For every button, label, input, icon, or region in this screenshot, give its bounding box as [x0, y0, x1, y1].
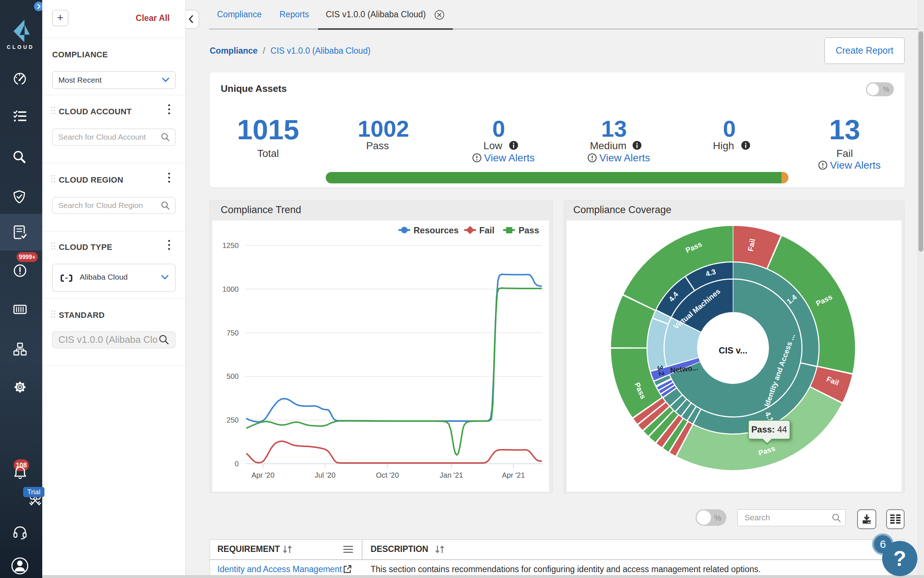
svg-text:250: 250 [227, 416, 239, 424]
svg-text:CIS v...: CIS v... [719, 346, 748, 356]
svg-text:Jan '21: Jan '21 [440, 471, 463, 479]
svg-text:Resources: Resources [414, 225, 459, 235]
svg-text:500: 500 [227, 372, 239, 380]
svg-text:?: ? [893, 546, 906, 570]
svg-text:6: 6 [880, 538, 886, 550]
svg-text:Pass: Pass [519, 225, 539, 235]
svg-text:750: 750 [227, 329, 239, 337]
svg-text:1250: 1250 [223, 242, 239, 250]
svg-text:0: 0 [235, 459, 239, 468]
svg-text:1000: 1000 [223, 285, 239, 293]
svg-text:Jul '20: Jul '20 [314, 471, 335, 479]
svg-text:Apr '20: Apr '20 [252, 471, 275, 479]
svg-text:Apr '21: Apr '21 [502, 471, 525, 479]
svg-text:Oct '20: Oct '20 [376, 471, 399, 479]
svg-text:Fail: Fail [479, 225, 494, 235]
